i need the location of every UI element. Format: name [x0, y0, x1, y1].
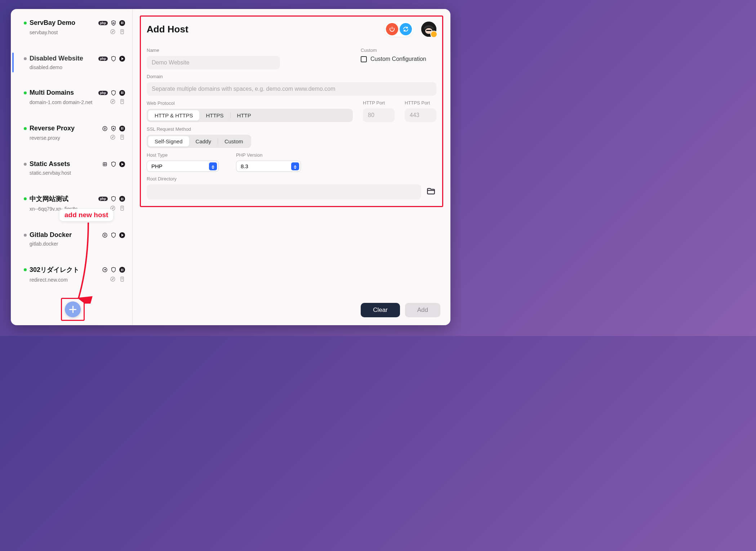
label-name: Name: [147, 48, 351, 53]
shield-icon: [111, 161, 116, 167]
svg-marker-7: [112, 101, 114, 102]
domain-input[interactable]: [147, 82, 436, 96]
doc-icon[interactable]: [119, 205, 125, 212]
label-ssl-method: SSL Request Method: [147, 126, 436, 132]
php-badge-icon: php: [98, 91, 108, 95]
ssl-opt-self-signed[interactable]: Self-Signed: [148, 136, 189, 147]
ssl-segmented: Self-Signed Caddy Custom: [147, 135, 251, 148]
host-name: 中文网站测试: [30, 194, 95, 203]
host-item-servbay-demo[interactable]: ServBay Demo php servbay.host: [11, 17, 132, 38]
svg-rect-37: [426, 30, 431, 31]
host-type-select[interactable]: PHP: [147, 161, 219, 172]
label-web-protocol: Web Protocol: [147, 100, 353, 106]
pause-icon[interactable]: [119, 196, 125, 202]
status-dot-icon: [24, 127, 27, 130]
add-host-fab[interactable]: [65, 301, 81, 317]
clear-button[interactable]: Clear: [361, 303, 400, 317]
doc-icon[interactable]: [119, 99, 125, 106]
svg-marker-15: [112, 136, 114, 138]
shield-x-icon: [111, 126, 116, 131]
pause-icon[interactable]: [119, 20, 125, 26]
pause-icon[interactable]: [119, 267, 125, 273]
php-badge-icon: php: [98, 57, 108, 61]
form-highlight-box: Add Host Name: [140, 15, 443, 207]
http-port-input[interactable]: [363, 108, 395, 122]
protocol-opt-http-https[interactable]: HTTP & HTTPS: [148, 110, 199, 121]
status-dot-icon: [24, 163, 27, 166]
doc-icon[interactable]: [119, 29, 125, 36]
host-name: Gitlab Docker: [30, 231, 99, 239]
custom-config-checkbox[interactable]: [361, 56, 367, 62]
host-type-value: PHP: [151, 163, 163, 169]
status-dot-icon: [24, 91, 27, 94]
host-item-multi-domains[interactable]: Multi Domains php domain-1.com domain-2.…: [11, 87, 132, 108]
status-dot-icon: [24, 234, 27, 237]
svg-point-14: [111, 135, 115, 139]
compass-icon[interactable]: [110, 99, 116, 106]
svg-rect-0: [113, 22, 114, 23]
page-title: Add Host: [147, 24, 384, 35]
label-php-version: PHP Version: [236, 152, 301, 158]
svg-point-1: [111, 30, 115, 34]
power-button[interactable]: [386, 23, 398, 35]
name-input[interactable]: [147, 56, 280, 70]
host-name: Multi Domains: [30, 89, 95, 97]
host-domain: reverse.proxy: [30, 135, 110, 141]
custom-config-label: Custom Configuration: [370, 56, 426, 62]
label-root-dir: Root Directory: [147, 176, 436, 182]
protocol-opt-http[interactable]: HTTP: [231, 110, 258, 121]
add-button[interactable]: Add: [405, 303, 440, 317]
annotation-label: add new host: [59, 209, 113, 221]
label-custom: Custom: [361, 48, 436, 53]
play-icon[interactable]: [119, 232, 125, 238]
svg-point-29: [111, 277, 115, 281]
swap-icon: [102, 126, 108, 131]
pause-icon[interactable]: [119, 90, 125, 96]
host-domain: servbay.host: [30, 30, 110, 35]
shield-lock-icon: [111, 20, 116, 26]
compass-icon[interactable]: [110, 134, 116, 142]
label-host-type: Host Type: [147, 152, 219, 158]
host-name: Static Assets: [30, 160, 99, 168]
php-badge-icon: php: [98, 21, 108, 25]
https-port-input[interactable]: [405, 108, 436, 122]
host-item-gitlab-docker[interactable]: Gitlab Docker gitlab.docker: [11, 229, 132, 249]
status-dot-icon: [24, 197, 27, 200]
protocol-opt-https[interactable]: HTTPS: [199, 110, 230, 121]
shield-icon: [111, 267, 116, 273]
doc-icon[interactable]: [119, 134, 125, 142]
host-domain: gitlab.docker: [30, 241, 125, 247]
avatar[interactable]: [421, 22, 436, 37]
host-name: Disabled Website: [30, 55, 95, 62]
ssl-opt-custom[interactable]: Custom: [218, 136, 250, 147]
root-dir-input[interactable]: [147, 184, 421, 200]
reload-button[interactable]: [400, 23, 412, 35]
host-item-reverse-proxy[interactable]: Reverse Proxy reverse.proxy: [11, 122, 132, 144]
main-panel: Add Host Name: [133, 9, 450, 325]
server-actions: [384, 22, 413, 37]
protocol-segmented: HTTP & HTTPS HTTPS HTTP: [147, 109, 353, 122]
svg-point-27: [103, 233, 107, 237]
compass-icon[interactable]: [110, 276, 116, 283]
php-version-select[interactable]: 8.3: [236, 161, 301, 172]
play-icon[interactable]: [119, 56, 125, 62]
ssl-opt-caddy[interactable]: Caddy: [189, 136, 218, 147]
folder-browse-button[interactable]: [426, 187, 436, 197]
chevron-updown-icon: [291, 162, 299, 170]
play-icon[interactable]: [119, 161, 125, 167]
host-item-disabled-website[interactable]: Disabled Website php disabled.demo: [11, 53, 132, 72]
doc-icon[interactable]: [119, 276, 125, 283]
grid-icon: [102, 161, 108, 167]
label-http-port: HTTP Port: [363, 100, 395, 106]
sidebar: ServBay Demo php servbay.host Disabled W…: [11, 9, 133, 325]
host-name: Reverse Proxy: [30, 125, 99, 132]
svg-point-6: [111, 99, 115, 104]
svg-marker-23: [112, 207, 114, 209]
host-item-302-redirect[interactable]: 302リダイレクト redirect.new.com: [11, 263, 132, 286]
compass-icon[interactable]: [110, 29, 116, 36]
chevron-updown-icon: [209, 162, 217, 170]
pause-icon[interactable]: [119, 126, 125, 131]
redirect-icon: [102, 267, 108, 273]
footer-actions: Clear Add: [361, 303, 440, 317]
host-item-static-assets[interactable]: Static Assets static.servbay.host: [11, 158, 132, 178]
